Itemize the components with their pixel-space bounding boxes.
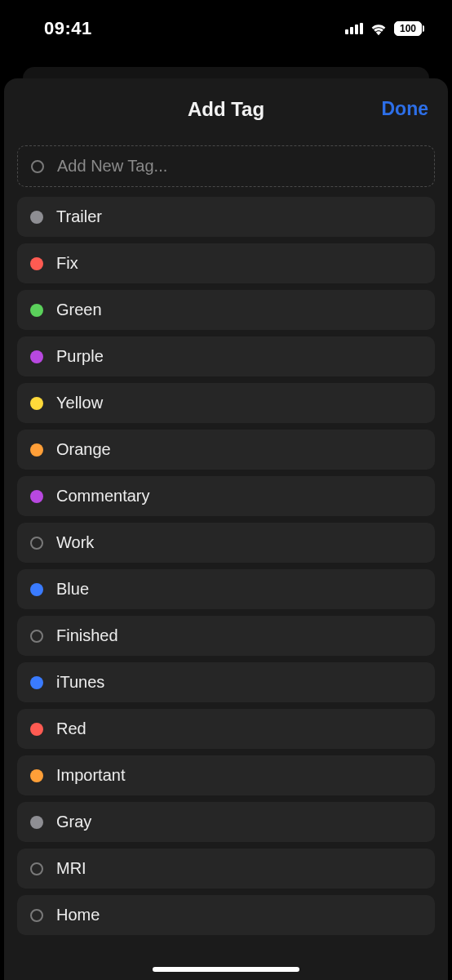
status-time: 09:41	[44, 18, 92, 39]
tag-row[interactable]: Work	[17, 523, 435, 563]
color-dot-icon	[30, 211, 43, 224]
tag-label: Trailer	[56, 207, 102, 226]
tag-label: Purple	[56, 347, 104, 366]
tag-list[interactable]: Add New Tag... TrailerFixGreenPurpleYell…	[4, 145, 448, 935]
status-bar: 09:41 100	[0, 0, 452, 44]
tag-label: iTunes	[56, 673, 104, 692]
tag-row[interactable]: iTunes	[17, 662, 435, 702]
tag-label: MRI	[56, 859, 86, 878]
tag-row[interactable]: Important	[17, 755, 435, 795]
empty-color-icon	[30, 537, 43, 550]
color-dot-icon	[30, 304, 43, 317]
page-title: Add Tag	[188, 98, 264, 121]
color-dot-icon	[30, 816, 43, 829]
tag-label: Green	[56, 301, 102, 319]
wifi-icon	[370, 21, 388, 36]
tag-label: Finished	[56, 626, 118, 645]
color-dot-icon	[30, 350, 43, 363]
empty-color-icon	[30, 909, 43, 922]
color-dot-icon	[30, 769, 43, 782]
tag-label: Work	[56, 533, 94, 552]
color-dot-icon	[30, 443, 43, 457]
tag-label: Commentary	[56, 487, 149, 506]
status-icons: 100	[345, 21, 424, 36]
color-dot-icon	[30, 583, 43, 596]
tag-row[interactable]: Blue	[17, 569, 435, 609]
add-new-tag-row[interactable]: Add New Tag...	[17, 145, 435, 187]
tag-label: Orange	[56, 440, 111, 459]
sheet-header: Add Tag Done	[4, 98, 448, 145]
tag-row[interactable]: Green	[17, 290, 435, 330]
tag-row[interactable]: Commentary	[17, 476, 435, 516]
home-indicator[interactable]	[153, 967, 299, 972]
tag-row[interactable]: Purple	[17, 336, 435, 376]
tag-row[interactable]: Fix	[17, 243, 435, 283]
battery-icon: 100	[394, 21, 424, 36]
tag-row[interactable]: Gray	[17, 802, 435, 842]
add-tag-sheet: Add Tag Done Add New Tag... TrailerFixGr…	[4, 78, 448, 980]
tag-row[interactable]: Finished	[17, 616, 435, 656]
cellular-icon	[345, 23, 363, 34]
tag-label: Blue	[56, 580, 89, 599]
tag-row[interactable]: Home	[17, 895, 435, 935]
tag-label: Important	[56, 766, 125, 785]
tag-row[interactable]: Orange	[17, 430, 435, 470]
tag-label: Gray	[56, 813, 91, 831]
tag-row[interactable]: Trailer	[17, 197, 435, 237]
empty-color-icon	[30, 862, 43, 875]
color-dot-icon	[30, 257, 43, 270]
color-dot-icon	[30, 490, 43, 503]
tag-label: Home	[56, 906, 100, 924]
tag-row[interactable]: MRI	[17, 849, 435, 889]
tag-row[interactable]: Red	[17, 709, 435, 749]
empty-color-icon	[30, 630, 43, 643]
color-dot-icon	[30, 723, 43, 736]
tag-row[interactable]: Yellow	[17, 383, 435, 423]
done-button[interactable]: Done	[382, 98, 429, 120]
color-dot-icon	[30, 397, 43, 410]
add-new-tag-placeholder: Add New Tag...	[57, 157, 167, 176]
battery-level: 100	[400, 23, 416, 34]
tag-label: Fix	[56, 254, 78, 273]
color-dot-icon	[30, 676, 43, 689]
empty-color-icon	[31, 160, 44, 173]
tag-label: Red	[56, 719, 86, 738]
tag-label: Yellow	[56, 394, 103, 412]
